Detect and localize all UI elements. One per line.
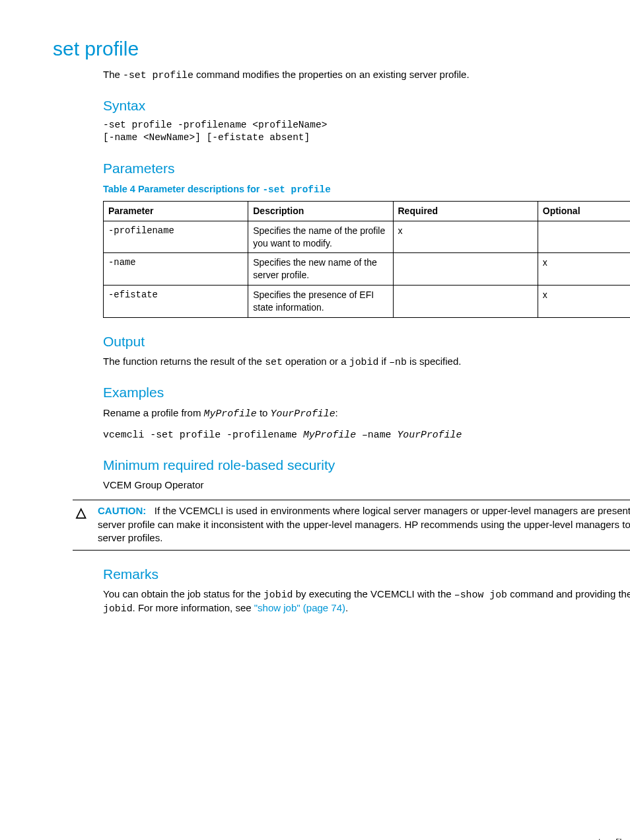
text: command and providing the associated [507,588,630,599]
parameters-table: Parameter Description Required Optional … [103,201,630,318]
cell-optional [538,221,630,253]
cell-required [393,253,538,286]
text: If the VCEMCLI is used in environments w… [98,505,630,543]
examples-heading: Examples [103,383,630,402]
text: : [335,407,338,418]
cell-description: Specifies the name of the profile you wa… [248,221,393,253]
remarks-paragraph: You can obtain the job status for the jo… [103,588,630,615]
text: You can obtain the job status for the [103,588,263,599]
code: jobid [263,590,293,600]
code: –name [356,430,397,440]
code: –nb [389,357,407,367]
col-required: Required [393,201,538,221]
caution-text: CAUTION: If the VCEMCLI is used in envir… [98,504,630,545]
code: jobid [103,603,133,614]
intro-paragraph: The -set profile command modifies the pr… [103,68,630,82]
col-parameter: Parameter [104,201,248,221]
output-heading: Output [103,332,630,351]
code: set [265,357,283,367]
text: by executing the VCEMCLI with the [293,588,454,599]
table-caption: Table 4 Parameter descriptions for -set … [103,183,630,196]
remarks-heading: Remarks [103,565,630,584]
examples-lead: Rename a profile from MyProfile to YourP… [103,406,630,420]
text: is specified. [407,356,462,367]
text: to [257,407,271,418]
table-row: -name Specifies the new name of the serv… [104,253,631,286]
footer-label: set profile [589,837,626,840]
table-row: -efistate Specifies the presence of EFI … [104,286,631,318]
text: if [378,356,389,367]
output-paragraph: The function returns the result of the s… [103,355,630,369]
variable: MyProfile [303,430,356,440]
page-footer: set profile 23 [589,836,630,840]
cell-optional: x [538,286,630,318]
cell-required [393,286,538,318]
caution-icon: △ [73,506,88,519]
caution-block: △ CAUTION: If the VCEMCLI is used in env… [73,500,630,551]
examples-command: vcemcli -set profile -profilename MyProf… [103,428,630,441]
col-description: Description [248,201,393,221]
text: The function returns the result of the [103,356,265,367]
cell-parameter: -efistate [104,286,248,318]
text: . For more information, see [133,602,254,613]
caption-code: -set profile [262,184,330,195]
cell-required: x [393,221,538,253]
cell-parameter: -profilename [104,221,248,253]
text: The [103,69,123,80]
show-job-link[interactable]: "show job" (page 74) [254,602,345,613]
text: Table 4 Parameter descriptions for [103,184,262,194]
cell-parameter: -name [104,253,248,286]
table-row: -profilename Specifies the name of the p… [104,221,631,253]
code: –show job [454,590,507,600]
text: operation or a [283,356,349,367]
code: jobid [349,357,379,367]
syntax-codeblock: -set profile -profilename <profileName> … [103,119,630,145]
text: Rename a profile from [103,407,204,418]
parameters-heading: Parameters [103,159,630,178]
variable: YourProfile [271,408,335,419]
col-optional: Optional [538,201,630,221]
security-heading: Minimum required role-based security [103,456,630,475]
code: vcemcli -set profile -profilename [103,430,303,440]
page-title: set profile [53,36,630,63]
syntax-heading: Syntax [103,96,630,115]
caution-label: CAUTION: [98,505,146,516]
cell-description: Specifies the presence of EFI state info… [248,286,393,318]
table-header-row: Parameter Description Required Optional [104,201,631,221]
variable: MyProfile [204,408,257,419]
cell-optional: x [538,253,630,286]
security-text: VCEM Group Operator [103,478,630,492]
intro-code: -set profile [123,70,193,81]
variable: YourProfile [397,430,462,440]
cell-description: Specifies the new name of the server pro… [248,253,393,286]
text: command modifies the properties on an ex… [193,69,470,80]
text: . [345,602,348,613]
